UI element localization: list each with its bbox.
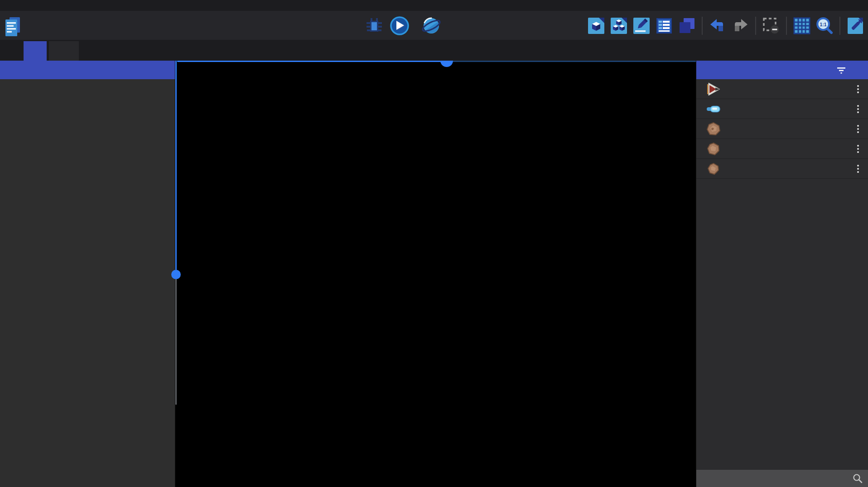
- scene-properties-button[interactable]: [632, 17, 651, 35]
- publish-globe-icon: [421, 16, 442, 35]
- asteroid-icon: [706, 162, 722, 176]
- properties-close-icon[interactable]: [164, 69, 168, 71]
- redo-arrow-icon: [732, 18, 749, 34]
- search-icon: [853, 473, 863, 483]
- publish-button[interactable]: [421, 16, 447, 35]
- objects-search-bar: [696, 470, 868, 487]
- grid-button[interactable]: [793, 17, 811, 35]
- add-object-row[interactable]: [696, 179, 868, 199]
- bullet-icon: [706, 102, 722, 116]
- tab-playscene2-events[interactable]: [49, 41, 79, 61]
- debug-bug-icon: [365, 17, 383, 35]
- object-menu-button[interactable]: [855, 103, 861, 115]
- project-manager-icon: [5, 16, 21, 37]
- objects-search-input[interactable]: [696, 474, 853, 483]
- objects-panel-header: [696, 61, 868, 79]
- toolbar-separator: [702, 17, 703, 35]
- objects-editor-button[interactable]: [587, 17, 605, 35]
- deselect-icon: [762, 17, 780, 35]
- edit-pencil-icon: [632, 17, 651, 35]
- scene-render[interactable]: [175, 61, 696, 487]
- object-row-player[interactable]: [696, 79, 868, 99]
- toolbar-separator: [755, 17, 756, 35]
- toolbar: 1:1: [0, 11, 868, 40]
- zoom-1-1-icon: 1:1: [815, 16, 834, 35]
- asteroid-icon: [706, 122, 722, 136]
- object-groups-button[interactable]: [610, 17, 628, 35]
- toolbar-separator: [839, 17, 840, 35]
- objects-close-icon[interactable]: [858, 69, 861, 71]
- toolbar-separator: [786, 17, 787, 35]
- tab-playscene2[interactable]: [24, 41, 47, 61]
- svg-text:1:1: 1:1: [820, 22, 827, 27]
- object-row-asteroid-big[interactable]: [696, 119, 868, 139]
- object-row-asteroid-medium[interactable]: [696, 139, 868, 159]
- undo-arrow-icon: [709, 18, 726, 34]
- undo-button[interactable]: [709, 17, 727, 35]
- objects-editor-icon: [587, 17, 605, 35]
- object-menu-button[interactable]: [855, 163, 861, 175]
- vertical-scrollbar[interactable]: [175, 61, 177, 270]
- player-ship-icon: [706, 82, 722, 96]
- objects-filter-button[interactable]: [837, 67, 846, 74]
- object-menu-button[interactable]: [855, 143, 861, 155]
- preview-play-icon: [390, 16, 409, 35]
- object-menu-button[interactable]: [855, 83, 861, 95]
- horizontal-scrollbar-track[interactable]: [453, 61, 696, 62]
- object-row-asteroid-small[interactable]: [696, 159, 868, 179]
- properties-panel: [0, 61, 175, 487]
- vertical-scrollbar-thumb[interactable]: [171, 270, 181, 279]
- filter-icon: [837, 67, 846, 74]
- layers-button[interactable]: [678, 17, 696, 35]
- debug-button[interactable]: [365, 17, 383, 35]
- horizontal-scrollbar[interactable]: [177, 61, 441, 62]
- instances-list-button[interactable]: [655, 17, 673, 35]
- object-row-bullet[interactable]: [696, 99, 868, 119]
- scene-editor-canvas[interactable]: [175, 61, 696, 487]
- properties-panel-header: [0, 61, 175, 79]
- editor-settings-button[interactable]: [846, 17, 864, 35]
- tab-home[interactable]: [0, 41, 24, 61]
- tab-bar: [0, 40, 868, 61]
- asteroid-icon: [706, 142, 722, 156]
- object-menu-button[interactable]: [855, 123, 861, 135]
- zoom-1-1-button[interactable]: 1:1: [815, 17, 834, 35]
- wrench-icon: [846, 17, 864, 35]
- objects-panel: [696, 61, 868, 487]
- preview-button[interactable]: [390, 16, 414, 35]
- vertical-scrollbar-track[interactable]: [175, 279, 177, 405]
- instances-list-icon: [655, 17, 673, 35]
- grid-icon: [793, 17, 811, 35]
- deselect-all-button[interactable]: [762, 17, 780, 35]
- redo-button[interactable]: [731, 17, 749, 35]
- menu-bar: [0, 0, 868, 11]
- project-manager-button[interactable]: [5, 16, 21, 37]
- object-groups-icon: [610, 17, 628, 35]
- layers-icon: [678, 17, 696, 35]
